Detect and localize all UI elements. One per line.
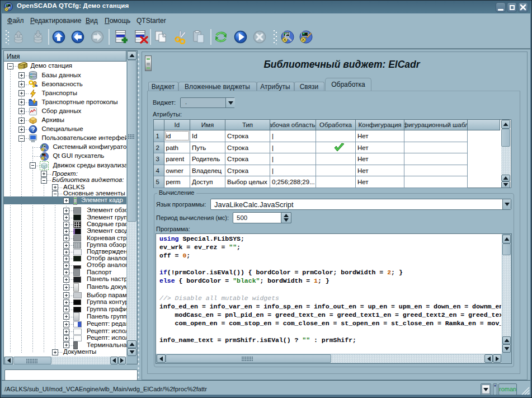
svg-text:?: ? <box>31 126 35 133</box>
